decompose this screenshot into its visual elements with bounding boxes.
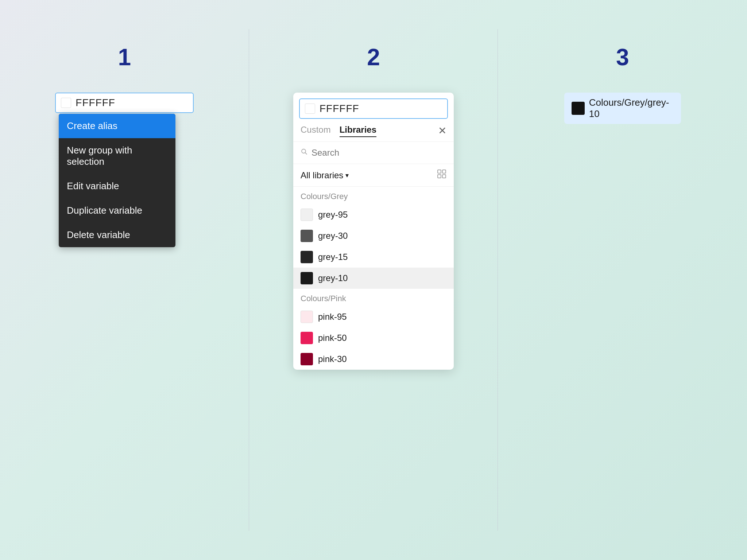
color-name-grey-15: grey-15 — [318, 252, 348, 262]
menu-item-create-alias[interactable]: Create alias — [59, 114, 175, 138]
libraries-label-text: All libraries — [301, 170, 343, 180]
color-name-pink-30: pink-30 — [318, 354, 347, 364]
color-item-grey-15[interactable]: grey-15 — [293, 246, 454, 268]
search-input[interactable] — [311, 148, 446, 158]
chevron-down-icon: ▾ — [345, 171, 349, 179]
color-name-grey-30: grey-30 — [318, 231, 348, 241]
close-button[interactable]: ✕ — [438, 126, 446, 136]
group-label-pink: Colours/Pink — [293, 289, 454, 306]
menu-item-duplicate-variable[interactable]: Duplicate variable — [59, 198, 175, 223]
swatch-grey-95 — [301, 209, 313, 221]
svg-rect-4 — [438, 175, 441, 178]
swatch-grey-30 — [301, 230, 313, 242]
color-item-grey-95[interactable]: grey-95 — [293, 204, 454, 225]
column-1: 1 FFFFFF Create alias New group with sel… — [0, 0, 249, 560]
color-name-grey-10: grey-10 — [318, 273, 348, 283]
tab-custom[interactable]: Custom — [301, 125, 331, 137]
context-menu-list: Create alias New group with selection Ed… — [59, 114, 175, 247]
column-3: 3 Colours/Grey/grey-10 — [498, 0, 747, 560]
grid-view-icon[interactable] — [437, 169, 446, 181]
result-swatch — [572, 102, 585, 115]
group-label-grey: Colours/Grey — [293, 187, 454, 204]
color-name-grey-95: grey-95 — [318, 210, 348, 220]
menu-item-edit-variable[interactable]: Edit variable — [59, 174, 175, 198]
libraries-dropdown[interactable]: All libraries ▾ — [301, 170, 349, 180]
svg-rect-3 — [442, 170, 446, 173]
tabs-left: Custom Libraries — [301, 125, 376, 137]
color-value-1: FFFFFF — [76, 97, 115, 109]
svg-rect-2 — [438, 170, 441, 173]
color-swatch-2 — [305, 104, 315, 114]
svg-line-1 — [305, 153, 307, 155]
color-item-grey-10[interactable]: grey-10 — [293, 268, 454, 289]
color-item-grey-30[interactable]: grey-30 — [293, 225, 454, 246]
result-display: Colours/Grey/grey-10 — [564, 93, 681, 124]
color-name-pink-50: pink-50 — [318, 333, 347, 343]
color-input-1[interactable]: FFFFFF — [55, 93, 194, 113]
color-item-pink-30[interactable]: pink-30 — [293, 349, 454, 370]
color-item-pink-95[interactable]: pink-95 — [293, 306, 454, 327]
tab-libraries[interactable]: Libraries — [340, 125, 376, 137]
context-menu: Create alias New group with selection Ed… — [59, 114, 175, 247]
color-input-2[interactable]: FFFFFF — [299, 98, 448, 119]
menu-item-delete-variable[interactable]: Delete variable — [59, 223, 175, 247]
step-2-number: 2 — [367, 44, 380, 71]
swatch-pink-50 — [301, 332, 313, 344]
color-name-pink-95: pink-95 — [318, 312, 347, 322]
swatch-pink-30 — [301, 353, 313, 365]
step-3-number: 3 — [616, 44, 629, 71]
color-picker-panel: FFFFFF Custom Libraries ✕ — [293, 93, 454, 370]
libraries-row: All libraries ▾ — [293, 164, 454, 187]
result-label: Colours/Grey/grey-10 — [589, 97, 674, 120]
svg-rect-5 — [442, 175, 446, 178]
column-2: 2 FFFFFF Custom Libraries ✕ — [249, 0, 498, 560]
color-item-pink-50[interactable]: pink-50 — [293, 327, 454, 349]
step-1-number: 1 — [118, 44, 131, 71]
search-icon — [301, 148, 308, 158]
color-swatch-1 — [61, 98, 71, 108]
swatch-grey-10 — [301, 272, 313, 284]
swatch-grey-15 — [301, 251, 313, 263]
search-row — [293, 142, 454, 164]
col1-content: FFFFFF Create alias New group with selec… — [55, 93, 194, 113]
swatch-pink-95 — [301, 311, 313, 323]
menu-item-new-group[interactable]: New group with selection — [59, 138, 175, 174]
panel-tabs: Custom Libraries ✕ — [293, 119, 454, 142]
color-value-2: FFFFFF — [320, 103, 359, 114]
